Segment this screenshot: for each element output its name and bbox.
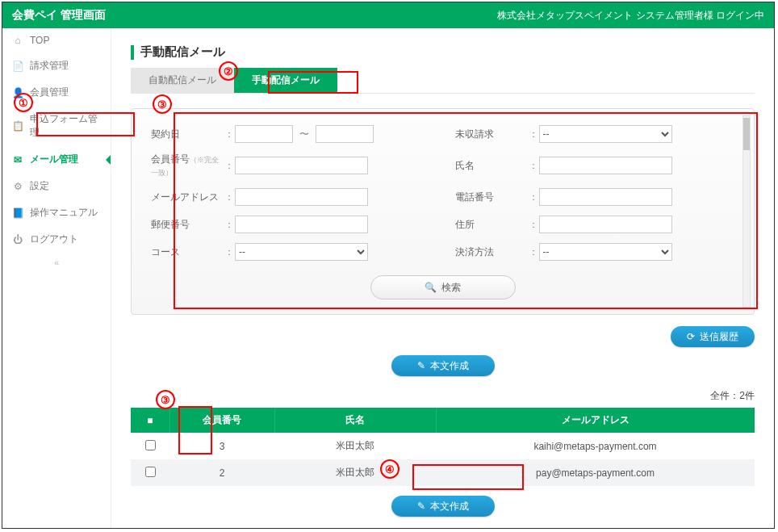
cell-name: 米田太郎 xyxy=(274,459,436,486)
row-checkbox[interactable] xyxy=(145,467,156,477)
name-input[interactable] xyxy=(539,157,672,174)
phone-input[interactable] xyxy=(539,188,672,206)
history-button-label: 送信履歴 xyxy=(700,330,738,344)
zip-input[interactable] xyxy=(235,216,368,233)
label-name: 氏名 xyxy=(455,159,528,173)
label-member-no: 会員番号（※完全一致） xyxy=(151,153,224,178)
page-title-text: 手動配信メール xyxy=(140,44,225,60)
sidebar-item-billing[interactable]: 📄 請求管理 xyxy=(2,52,111,79)
edit-icon: ✎ xyxy=(417,501,425,512)
sidebar-item-label: 請求管理 xyxy=(30,59,69,73)
history-icon: ⟳ xyxy=(687,331,695,342)
sidebar-item-forms[interactable]: 📋 申込フォーム管理 xyxy=(2,106,111,146)
gear-icon: ⚙ xyxy=(12,181,23,192)
th-member-no: 会員番号 xyxy=(169,408,274,433)
search-panel: 契約日 ： 〜 未収請求 ： -- 会員番号（※完全一致） xyxy=(131,108,755,315)
label-uncollected: 未収請求 xyxy=(455,128,528,141)
login-user: 株式会社メタップスペイメント システム管理者様 ログイン中 xyxy=(497,9,764,23)
home-icon: ⌂ xyxy=(12,35,23,46)
cell-email: kaihi@metaps-payment.com xyxy=(436,433,755,459)
search-icon: 🔍 xyxy=(425,282,437,293)
total-count: 全件：2件 xyxy=(131,389,755,403)
sidebar-item-settings[interactable]: ⚙ 設定 xyxy=(2,173,111,199)
panel-scrollbar[interactable] xyxy=(742,115,751,308)
contract-date-from-input[interactable] xyxy=(235,125,293,143)
result-table: ■ 会員番号 氏名 メールアドレス 3 米田太郎 kaihi@metaps-pa… xyxy=(131,408,755,486)
annotation-badge-3b: ③ xyxy=(156,390,175,409)
cell-name: 米田太郎 xyxy=(274,433,436,459)
table-row: 3 米田太郎 kaihi@metaps-payment.com xyxy=(131,433,755,459)
cell-email: pay@metaps-payment.com xyxy=(436,459,755,486)
label-email: メールアドレス xyxy=(151,191,224,204)
edit-icon: ✎ xyxy=(417,360,425,371)
sidebar-collapse-button[interactable]: « xyxy=(2,253,111,272)
label-payment: 決済方法 xyxy=(455,245,528,259)
cell-member-no: 3 xyxy=(169,433,274,459)
sidebar-item-label: 会員管理 xyxy=(30,86,69,99)
contract-date-to-input[interactable] xyxy=(316,125,374,143)
course-select[interactable]: -- xyxy=(235,243,368,261)
power-icon: ⏻ xyxy=(12,234,23,245)
tilde-separator: 〜 xyxy=(293,128,316,141)
annotation-badge-3: ③ xyxy=(153,94,172,114)
tab-manual-mail[interactable]: 手動配信メール xyxy=(234,68,337,93)
title-accent-bar xyxy=(131,45,134,60)
compose-button-top[interactable]: ✎ 本文作成 xyxy=(391,355,495,376)
app-title: 会費ペイ 管理画面 xyxy=(12,8,106,23)
sidebar-item-label: メール管理 xyxy=(30,153,78,166)
sidebar-item-manual[interactable]: 📘 操作マニュアル xyxy=(2,199,111,226)
sidebar-item-label: 設定 xyxy=(30,179,49,193)
annotation-badge-4: ④ xyxy=(380,459,399,479)
uncollected-select[interactable]: -- xyxy=(539,125,672,143)
header-bar: 会費ペイ 管理画面 株式会社メタップスペイメント システム管理者様 ログイン中 xyxy=(2,2,774,28)
send-history-button[interactable]: ⟳ 送信履歴 xyxy=(671,326,755,347)
content-area: 手動配信メール 自動配信メール 手動配信メール 契約日 ： 〜 未収請求 xyxy=(111,28,774,529)
row-checkbox[interactable] xyxy=(145,440,156,450)
label-course: コース xyxy=(151,245,224,259)
document-icon: 📄 xyxy=(12,61,23,72)
th-name: 氏名 xyxy=(274,408,436,433)
email-input[interactable] xyxy=(235,188,368,206)
payment-select[interactable]: -- xyxy=(539,243,672,261)
sidebar-item-mail[interactable]: ✉ メール管理 xyxy=(2,146,111,173)
compose-button-label: 本文作成 xyxy=(430,500,469,513)
compose-button-label: 本文作成 xyxy=(430,359,469,373)
sidebar-item-logout[interactable]: ⏻ ログアウト xyxy=(2,226,111,253)
annotation-badge-1: ① xyxy=(14,93,33,112)
compose-button-bottom[interactable]: ✎ 本文作成 xyxy=(391,496,495,517)
search-button[interactable]: 🔍 検索 xyxy=(370,275,516,300)
th-check[interactable]: ■ xyxy=(131,408,169,433)
search-button-label: 検索 xyxy=(441,281,461,295)
sidebar-item-label: ログアウト xyxy=(30,232,78,246)
sidebar-item-label: TOP xyxy=(30,35,49,46)
th-email: メールアドレス xyxy=(436,408,755,433)
table-row: 2 米田太郎 pay@metaps-payment.com xyxy=(131,459,755,486)
member-no-input[interactable] xyxy=(235,157,368,174)
sidebar-item-top[interactable]: ⌂ TOP xyxy=(2,28,111,52)
label-zip: 郵便番号 xyxy=(151,218,224,232)
sidebar-item-label: 申込フォーム管理 xyxy=(30,112,101,140)
envelope-icon: ✉ xyxy=(12,154,23,165)
panel-scrollbar-thumb[interactable] xyxy=(743,118,750,150)
clipboard-icon: 📋 xyxy=(12,120,23,132)
label-address: 住所 xyxy=(455,218,528,232)
sidebar-item-label: 操作マニュアル xyxy=(30,206,98,220)
label-contract-date: 契約日 xyxy=(151,128,224,141)
page-title: 手動配信メール xyxy=(131,44,755,60)
address-input[interactable] xyxy=(539,216,672,233)
label-phone: 電話番号 xyxy=(455,191,528,204)
annotation-badge-2: ② xyxy=(219,61,238,81)
book-icon: 📘 xyxy=(12,207,23,219)
cell-member-no: 2 xyxy=(169,459,274,486)
